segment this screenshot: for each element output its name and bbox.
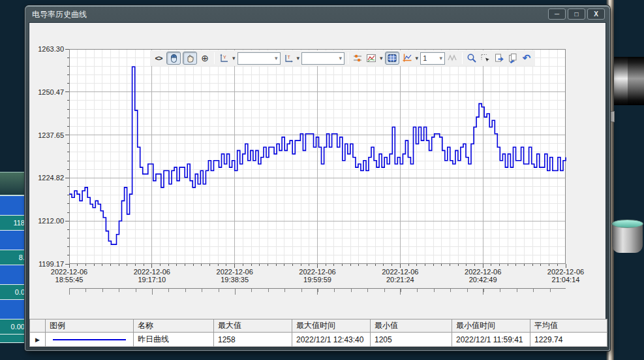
y-axis-tick-label: 1199.17 [38, 260, 64, 268]
grid-icon [387, 53, 397, 63]
magnifier-icon [467, 53, 477, 63]
cursor-mode-icon[interactable]: <> [153, 52, 164, 64]
tank-cylinder [612, 223, 643, 253]
y-axis-scale-button[interactable]: Y [218, 52, 230, 64]
hmi-value-display: 8. [0, 250, 26, 265]
time-axis-dropdown-arrow[interactable]: ▾ [297, 55, 300, 61]
hmi-gradient-block [0, 172, 26, 195]
curve-style-button[interactable] [365, 52, 377, 64]
hmi-left-panel: 118 8. 0.0 0.00 [0, 172, 26, 343]
time-range-navigator[interactable] [69, 288, 566, 295]
axes-style-button[interactable] [401, 52, 413, 64]
mouse-icon [168, 53, 179, 63]
svg-text:T: T [287, 55, 290, 59]
hmi-value-display: 0.00 [0, 319, 26, 334]
col-header-max-time[interactable]: 最大值时间 [292, 319, 371, 333]
col-header-name[interactable]: 名称 [134, 319, 214, 333]
combo-arrow-icon: ▾ [275, 55, 278, 61]
hmi-blue-bar [0, 230, 26, 250]
col-header-legend[interactable]: 图例 [46, 319, 134, 333]
zoom-button[interactable] [466, 52, 478, 64]
x-axis-tick-label: 2022-12-0620:42:49 [465, 268, 501, 284]
legend-line [53, 339, 126, 340]
sliders-icon [352, 53, 363, 63]
cell-min-time: 2022/12/1 11:59:41 [452, 333, 530, 347]
crosshair-button[interactable]: ⊕ [199, 52, 211, 64]
undo-button[interactable]: ↶ [521, 52, 532, 64]
series-number-value: 1 [423, 54, 427, 62]
svg-text:Y: Y [223, 55, 226, 59]
hmi-value-display: 0.0 [0, 285, 26, 299]
curve-style-icon [366, 53, 376, 63]
y-axis-combobox[interactable]: ▾ [238, 52, 281, 65]
x-axis-tick-label: 2022-12-0618:55:45 [51, 268, 87, 284]
grid-toggle-button[interactable] [385, 52, 399, 65]
toolbar-separator [214, 52, 215, 64]
export-button[interactable] [493, 52, 505, 64]
row-marker-header [30, 319, 46, 333]
mouse-mode-button[interactable] [166, 52, 181, 65]
y-axis-labels: 1263.301250.471237.651224.821212.001199.… [29, 49, 66, 264]
legend-table-row[interactable]: ▶ 昨日曲线 1258 2022/12/1 12:43:40 1205 2022… [30, 333, 607, 347]
wave-icon [448, 53, 458, 63]
axes-style-icon [402, 53, 412, 63]
time-axis-icon: T [283, 53, 294, 63]
select-region-icon [480, 53, 491, 63]
hmi-blue-bar [0, 265, 26, 285]
y-axis-tick-label: 1263.30 [38, 45, 64, 53]
history-curve-window: 电导率历史曲线 ─ □ X <> ⊕ Y [25, 5, 610, 351]
cell-name: 昨日曲线 [134, 333, 214, 347]
y-axis-tick-label: 1237.65 [38, 131, 64, 139]
window-controls: ─ □ X [548, 8, 605, 20]
copy-page-button[interactable] [507, 52, 519, 64]
cell-max: 1258 [214, 333, 292, 347]
pan-mode-button[interactable] [183, 52, 197, 65]
col-header-max[interactable]: 最大值 [214, 319, 292, 333]
legend-table-header-row: 图例 名称 最大值 最大值时间 最小值 最小值时间 平均值 [30, 319, 607, 333]
horizontal-pipe [614, 57, 644, 105]
hmi-teal-strip [0, 334, 26, 343]
legend-table: 图例 名称 最大值 最大值时间 最小值 最小值时间 平均值 ▶ 昨日曲线 125… [29, 319, 607, 347]
x-axis-tick-label: 2022-12-0619:17:10 [134, 268, 170, 284]
x-axis-tick-label: 2022-12-0620:21:24 [382, 268, 418, 284]
axes-style-dropdown-arrow[interactable]: ▾ [416, 55, 419, 61]
cell-max-time: 2022/12/1 12:43:40 [292, 333, 371, 347]
y-axis-tick-label: 1250.47 [38, 88, 64, 96]
chart-toolbar: <> ⊕ Y ▾ ▾ T ▾ [150, 50, 535, 66]
time-axis-scale-button[interactable]: T [283, 52, 294, 64]
chart-plot[interactable] [69, 49, 566, 264]
maximize-button[interactable]: □ [568, 8, 585, 20]
wave-button[interactable] [447, 52, 459, 64]
hand-icon [185, 53, 195, 63]
x-axis-tick-label: 2022-12-0619:59:59 [299, 268, 335, 284]
cell-avg: 1229.74 [530, 333, 607, 347]
window-title: 电导率历史曲线 [25, 7, 609, 22]
sliders-button[interactable] [352, 52, 363, 64]
col-header-avg[interactable]: 平均值 [530, 319, 607, 333]
curve-style-dropdown-arrow[interactable]: ▾ [380, 55, 383, 61]
x-axis-tick-label: 2022-12-0621:04:14 [547, 268, 584, 284]
hmi-blue-bar [0, 299, 26, 319]
select-region-button[interactable] [480, 52, 491, 64]
minimize-button[interactable]: ─ [548, 8, 566, 20]
cell-min: 1205 [371, 333, 452, 347]
y-axis-icon: Y [219, 53, 229, 63]
close-button[interactable]: X [587, 8, 605, 20]
window-titlebar[interactable]: 电导率历史曲线 ─ □ X [25, 6, 609, 22]
row-marker: ▶ [30, 333, 46, 347]
chart-client-area: <> ⊕ Y ▾ ▾ T ▾ [29, 22, 606, 348]
time-axis-combobox[interactable]: ▾ [301, 52, 345, 65]
cell-legend [46, 333, 134, 347]
series-number-combobox[interactable]: 1 ▾ [420, 52, 445, 65]
y-axis-dropdown-arrow[interactable]: ▾ [232, 55, 236, 61]
x-axis-tick-label: 2022-12-0619:38:35 [217, 268, 253, 284]
col-header-min-time[interactable]: 最小值时间 [452, 319, 530, 333]
col-header-min[interactable]: 最小值 [371, 319, 452, 333]
y-axis-tick-label: 1212.00 [38, 217, 64, 225]
toolbar-separator [348, 52, 348, 64]
hmi-value-display: 118 [0, 216, 26, 230]
copy-page-icon [508, 53, 518, 63]
screen: 118 8. 0.0 0.00 电导率历史曲线 ─ □ X <> [0, 0, 644, 360]
combo-arrow-icon: ▾ [440, 55, 443, 61]
hmi-blue-bar [0, 195, 26, 216]
